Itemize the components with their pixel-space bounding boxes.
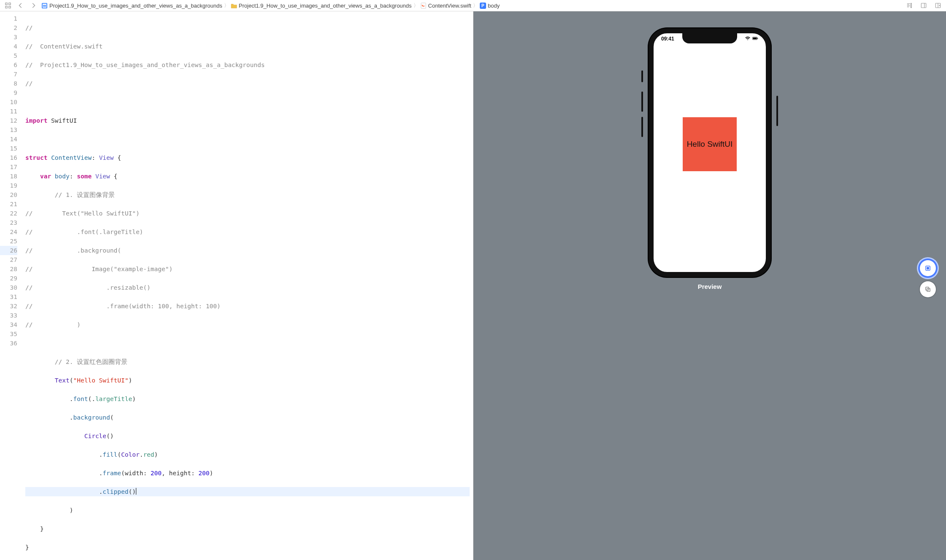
- device-notch: [682, 32, 737, 43]
- line-number-gutter: 1234567891011121314151617181920212223242…: [0, 11, 22, 560]
- line-number: 3: [0, 32, 17, 42]
- code-token: (: [70, 377, 73, 384]
- breadcrumb-file[interactable]: ContentView.swift: [420, 3, 471, 9]
- code-token: ): [70, 507, 73, 514]
- swift-file-icon: [420, 3, 427, 9]
- canvas-toggle-icon[interactable]: [919, 1, 928, 10]
- code-editor[interactable]: 1234567891011121314151617181920212223242…: [0, 11, 473, 560]
- code-token: [25, 488, 99, 495]
- line-number: 18: [0, 172, 17, 181]
- code-token: //: [25, 24, 32, 31]
- code-token: background: [73, 414, 110, 421]
- line-number: 19: [0, 181, 17, 190]
- duplicate-preview-button[interactable]: [920, 281, 936, 297]
- line-number: 17: [0, 162, 17, 172]
- code-token: .: [70, 414, 73, 421]
- code-token: View: [95, 173, 110, 180]
- preview-text-label: Hello SwiftUI: [687, 140, 733, 149]
- line-number: 31: [0, 292, 17, 302]
- live-preview-button[interactable]: [920, 260, 936, 276]
- line-number: 27: [0, 255, 17, 264]
- minimap-toggle-icon[interactable]: [905, 1, 914, 10]
- line-number: 35: [0, 329, 17, 339]
- line-number: 21: [0, 199, 17, 209]
- svg-rect-3: [9, 6, 11, 8]
- svg-rect-7: [421, 3, 425, 8]
- line-number: 22: [0, 209, 17, 218]
- breadcrumb-project[interactable]: Project1.9_How_to_use_images_and_other_v…: [41, 3, 222, 9]
- code-token: [25, 173, 40, 180]
- preview-canvas[interactable]: 09:41 Hello SwiftUI: [473, 11, 946, 560]
- code-token: , height:: [162, 470, 198, 477]
- code-token: View: [99, 154, 114, 161]
- device-power-button: [776, 96, 778, 126]
- code-area[interactable]: // // ContentView.swift // Project1.9_Ho…: [22, 11, 473, 560]
- code-token: Circle: [84, 433, 106, 439]
- line-number: 24: [0, 227, 17, 237]
- code-token: (): [106, 433, 114, 439]
- code-token: [25, 191, 55, 198]
- line-number: 25: [0, 237, 17, 246]
- code-token: [25, 451, 99, 458]
- code-token: .: [92, 396, 95, 402]
- add-editor-icon[interactable]: [933, 1, 943, 10]
- nav-forward-icon[interactable]: [29, 1, 38, 10]
- code-token: // .resizable(): [25, 284, 151, 291]
- svg-rect-0: [5, 3, 7, 5]
- code-token: [47, 154, 51, 161]
- line-number: 32: [0, 302, 17, 311]
- breadcrumb-folder[interactable]: Project1.9_How_to_use_images_and_other_v…: [231, 3, 412, 9]
- code-token: 200: [151, 470, 162, 477]
- code-token: (: [117, 451, 121, 458]
- breadcrumb-folder-label: Project1.9_How_to_use_images_and_other_v…: [239, 3, 412, 9]
- code-token: [25, 525, 40, 532]
- line-number: 33: [0, 311, 17, 320]
- code-token: [25, 507, 70, 514]
- line-number: 14: [0, 135, 17, 144]
- code-token: [25, 396, 70, 402]
- text-cursor: [136, 488, 136, 495]
- line-number: 8: [0, 79, 17, 88]
- project-icon: [41, 3, 48, 9]
- line-number: 30: [0, 283, 17, 292]
- code-token: // .font(.largeTitle): [25, 229, 143, 235]
- line-number: 4: [0, 42, 17, 51]
- code-token: Color: [121, 451, 140, 458]
- line-number: 1: [0, 14, 17, 23]
- code-token: }: [25, 544, 29, 551]
- code-token: // 1. 设置图像背景: [55, 191, 115, 198]
- line-number: 29: [0, 274, 17, 283]
- code-token: import: [25, 117, 47, 124]
- code-token: (: [88, 396, 92, 402]
- line-number: 9: [0, 88, 17, 97]
- chevron-right-icon: 〉: [473, 2, 478, 9]
- code-token: :: [70, 173, 77, 180]
- code-token: font: [73, 396, 88, 402]
- breadcrumb-symbol[interactable]: P body: [480, 3, 500, 9]
- code-token: {: [114, 154, 121, 161]
- battery-icon: [752, 36, 758, 42]
- code-token: SwiftUI: [47, 117, 77, 124]
- wifi-icon: [745, 36, 751, 42]
- code-token: [25, 377, 55, 384]
- code-token: //: [25, 80, 32, 87]
- line-number: 7: [0, 70, 17, 79]
- svg-rect-21: [757, 38, 758, 39]
- related-items-icon[interactable]: [3, 1, 13, 10]
- code-token: // Text("Hello SwiftUI"): [25, 210, 140, 217]
- device-mute-switch: [641, 70, 643, 82]
- code-token: [51, 173, 55, 180]
- code-token: (: [110, 414, 114, 421]
- line-number: 34: [0, 320, 17, 329]
- line-number: 16: [0, 153, 17, 162]
- line-number: 20: [0, 190, 17, 199]
- nav-back-icon[interactable]: [16, 1, 25, 10]
- code-token: [25, 433, 84, 439]
- code-token: {: [110, 173, 117, 180]
- statusbar-time: 09:41: [661, 36, 674, 42]
- code-token: red: [143, 451, 154, 458]
- code-token: [25, 414, 70, 421]
- svg-rect-23: [927, 267, 929, 269]
- preview-content: Hello SwiftUI: [654, 28, 766, 259]
- code-token: ): [210, 470, 214, 477]
